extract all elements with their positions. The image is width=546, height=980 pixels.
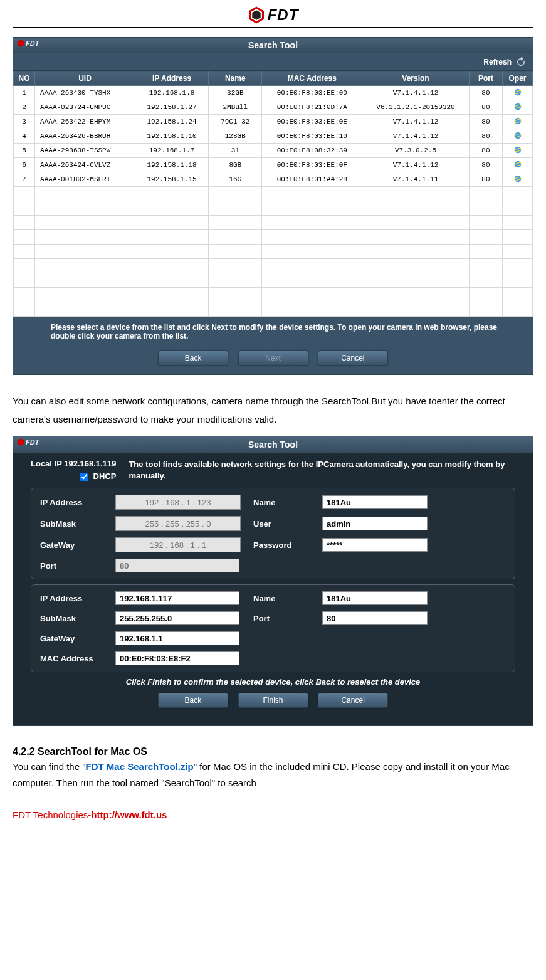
submask-label: SubMask xyxy=(40,614,103,623)
window-title: Search Tool xyxy=(248,440,298,450)
table-row-empty xyxy=(14,201,533,216)
submask-field[interactable]: 255 . 255 . 255 . 0 xyxy=(115,516,241,531)
dhcp-label: DHCP xyxy=(93,472,117,481)
name-label: Name xyxy=(253,594,310,603)
name-field[interactable] xyxy=(322,495,428,509)
submask-label: SubMask xyxy=(40,519,103,529)
table-row-empty xyxy=(14,230,533,245)
column-header: Name xyxy=(209,71,262,86)
ip-address-field[interactable] xyxy=(115,591,239,605)
auto-settings-panel: IP Address 192 . 168 . 1 . 123 Name SubM… xyxy=(31,488,515,579)
confirm-message: Click Finish to confirm the selected dev… xyxy=(31,677,515,687)
ip-address-label: IP Address xyxy=(40,594,103,603)
gateway-label: GateWay xyxy=(40,634,103,643)
fdt-logo-icon xyxy=(248,6,265,24)
config-hint: The tool finds available network setting… xyxy=(129,459,515,481)
user-label: User xyxy=(253,519,310,529)
open-browser-icon[interactable] xyxy=(503,172,533,187)
gateway-field[interactable] xyxy=(115,631,239,645)
table-row-empty xyxy=(14,187,533,201)
cancel-button[interactable]: Cancel xyxy=(318,693,388,708)
svg-marker-18 xyxy=(18,438,24,446)
window-titlebar: FDT Search Tool xyxy=(13,38,533,53)
port-field[interactable] xyxy=(322,611,428,625)
column-header: Version xyxy=(362,71,470,86)
table-row-empty xyxy=(14,288,533,302)
refresh-button[interactable]: Refresh xyxy=(483,56,527,68)
download-filename: FDT Mac SearchTool.zip xyxy=(86,761,194,772)
table-row-empty xyxy=(14,216,533,230)
section-heading: 4.2.2 SearchTool for Mac OS xyxy=(13,746,533,757)
mac-address-field[interactable] xyxy=(115,651,239,665)
password-label: Password xyxy=(253,540,310,550)
table-row[interactable]: 1AAAA-263430-TYSHX192.168.1.832GB00:E0:F… xyxy=(14,86,533,100)
page-footer: FDT Technologies-http://www.fdt.us xyxy=(13,809,533,820)
column-header: IP Address xyxy=(135,71,208,86)
ip-address-field[interactable]: 192 . 168 . 1 . 123 xyxy=(115,495,241,510)
footer-url: http://www.fdt.us xyxy=(91,809,167,820)
dhcp-checkbox[interactable]: DHCP xyxy=(78,472,116,481)
mac-address-label: MAC Address xyxy=(40,654,103,663)
port-label: Port xyxy=(40,561,103,571)
gateway-label: GateWay xyxy=(40,540,103,550)
table-row-empty xyxy=(14,245,533,259)
svg-marker-3 xyxy=(18,40,24,47)
open-browser-icon[interactable] xyxy=(503,158,533,172)
port-field[interactable] xyxy=(115,559,239,572)
table-row-empty xyxy=(14,302,533,317)
open-browser-icon[interactable] xyxy=(503,144,533,158)
password-field[interactable] xyxy=(322,538,428,552)
titlebar-logo: FDT xyxy=(17,438,39,446)
table-row-empty xyxy=(14,259,533,273)
description-paragraph-1: You can also edit some network configura… xyxy=(13,393,533,428)
search-tool-window-list: FDT Search Tool Refresh NOUIDIP AddressN… xyxy=(13,37,533,375)
user-field[interactable] xyxy=(322,517,428,530)
dhcp-checkbox-input[interactable] xyxy=(80,473,88,481)
column-header: Port xyxy=(469,71,502,86)
submask-field[interactable] xyxy=(115,611,239,625)
name-field[interactable] xyxy=(322,591,428,605)
open-browser-icon[interactable] xyxy=(503,100,533,115)
table-row[interactable]: 5AAAA-293638-TSSPW192.168.1.73100:E0:F8:… xyxy=(14,144,533,158)
table-row[interactable]: 4AAAA-263426-BBRUH192.158.1.10128GB00:E0… xyxy=(14,129,533,144)
instruction-text: Please select a device from the list and… xyxy=(13,317,533,347)
ip-address-label: IP Address xyxy=(40,498,103,507)
refresh-icon xyxy=(515,56,527,68)
port-label: Port xyxy=(253,614,310,623)
open-browser-icon[interactable] xyxy=(503,86,533,100)
local-ip-label: Local IP 192.168.1.119 xyxy=(31,459,116,468)
window-titlebar: FDT Search Tool xyxy=(13,436,533,453)
table-row-empty xyxy=(14,273,533,288)
open-browser-icon[interactable] xyxy=(503,115,533,129)
gateway-field[interactable]: 192 . 168 . 1 . 1 xyxy=(115,537,241,552)
table-row[interactable]: 3AAAA-263422-EHPYM192.158.1.2479C1 3200:… xyxy=(14,115,533,129)
page-header: FDT xyxy=(13,6,533,28)
back-button[interactable]: Back xyxy=(158,693,228,708)
name-label: Name xyxy=(253,498,310,507)
column-header: Oper xyxy=(503,71,533,86)
window-title: Search Tool xyxy=(248,40,298,50)
column-header: UID xyxy=(35,71,135,86)
table-row[interactable]: 7AAAA-001802-MSFRT192.158.1.1516G00:E0:F… xyxy=(14,172,533,187)
footer-company: FDT Technologies- xyxy=(13,809,91,820)
refresh-label: Refresh xyxy=(483,58,512,66)
table-row[interactable]: 6AAAA-263424-CVLVZ192.158.1.188GB00:E0:F… xyxy=(14,158,533,172)
device-table: NOUIDIP AddressNameMAC AddressVersionPor… xyxy=(13,71,533,317)
fdt-logo: FDT xyxy=(248,6,299,24)
cancel-button[interactable]: Cancel xyxy=(318,350,388,366)
next-button[interactable]: Next xyxy=(238,350,308,366)
search-tool-window-config: FDT Search Tool Local IP 192.168.1.119 D… xyxy=(13,436,533,726)
table-row[interactable]: 2AAAA-023724-UMPUC192.158.1.272MBull00:E… xyxy=(14,100,533,115)
finish-button[interactable]: Finish xyxy=(238,693,308,708)
titlebar-logo: FDT xyxy=(17,40,39,47)
back-button[interactable]: Back xyxy=(158,350,228,366)
fdt-logo-text: FDT xyxy=(268,6,299,24)
column-header: MAC Address xyxy=(262,71,362,86)
column-header: NO xyxy=(14,71,35,86)
description-paragraph-2: You can find the "FDT Mac SearchTool.zip… xyxy=(13,759,533,791)
open-browser-icon[interactable] xyxy=(503,129,533,144)
manual-settings-panel: IP Address Name SubMask Port GateWay MAC… xyxy=(31,584,515,672)
